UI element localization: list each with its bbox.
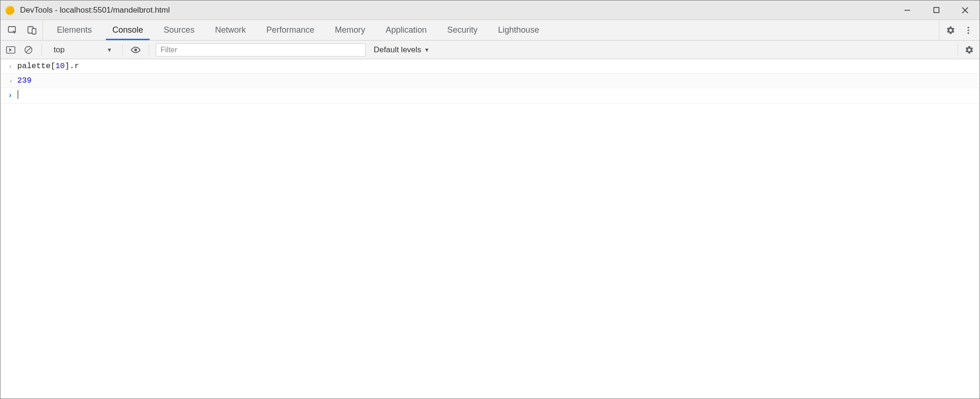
- more-menu-button[interactable]: [962, 24, 975, 37]
- chevron-down-icon: ▼: [107, 47, 112, 53]
- input-chevron-icon: [6, 61, 14, 71]
- maximize-button[interactable]: [922, 0, 951, 20]
- svg-point-9: [967, 32, 969, 34]
- titlebar: DevTools - localhost:5501/mandelbrot.htm…: [0, 0, 980, 20]
- tab-sources[interactable]: Sources: [153, 20, 205, 40]
- context-label: top: [54, 45, 65, 55]
- console-prompt-row[interactable]: [0, 88, 980, 104]
- tab-application[interactable]: Application: [375, 20, 437, 40]
- sidebar-icon: [6, 46, 15, 54]
- app-icon: [5, 6, 14, 15]
- svg-point-7: [967, 27, 969, 28]
- toggle-sidebar-button[interactable]: [4, 43, 17, 56]
- svg-point-13: [134, 49, 137, 51]
- console-result-row: 239: [0, 74, 980, 88]
- console-prompt-input[interactable]: [14, 90, 975, 101]
- minimize-button[interactable]: [893, 0, 922, 20]
- tab-lighthouse[interactable]: Lighthouse: [488, 20, 549, 40]
- tab-security[interactable]: Security: [437, 20, 488, 40]
- clear-icon: [24, 45, 33, 55]
- console-line-content: 239: [14, 76, 975, 86]
- tab-network[interactable]: Network: [205, 20, 256, 40]
- tab-elements[interactable]: Elements: [47, 20, 102, 40]
- filter-input[interactable]: [156, 43, 366, 56]
- maximize-icon: [933, 7, 939, 13]
- window-title: DevTools - localhost:5501/mandelbrot.htm…: [20, 6, 170, 15]
- context-selector[interactable]: top ▼: [48, 43, 116, 56]
- device-toolbar-button[interactable]: [26, 24, 39, 37]
- levels-label: Default levels: [374, 45, 421, 55]
- log-levels-selector[interactable]: Default levels ▼: [370, 45, 434, 55]
- tabs: ElementsConsoleSourcesNetworkPerformance…: [47, 20, 549, 40]
- console-input-row: palette[10].r: [0, 59, 980, 74]
- window-controls: [893, 0, 980, 20]
- minimize-icon: [904, 7, 911, 14]
- text-cursor: [18, 90, 18, 99]
- close-icon: [962, 7, 968, 14]
- settings-button[interactable]: [944, 24, 957, 37]
- console-settings-button[interactable]: [963, 43, 976, 56]
- gear-icon: [946, 26, 955, 35]
- console-line-content: palette[10].r: [14, 61, 975, 71]
- console-toolbar: top ▼ Default levels ▼: [0, 41, 980, 59]
- prompt-chevron-icon: [6, 90, 14, 100]
- tab-performance[interactable]: Performance: [256, 20, 324, 40]
- chevron-down-icon: ▼: [424, 47, 430, 53]
- tab-memory[interactable]: Memory: [324, 20, 375, 40]
- tabs-bar: ElementsConsoleSourcesNetworkPerformance…: [0, 20, 980, 41]
- live-expression-button[interactable]: [129, 43, 142, 56]
- svg-line-12: [26, 47, 31, 52]
- tab-console[interactable]: Console: [102, 20, 153, 40]
- svg-rect-1: [934, 7, 939, 13]
- kebab-icon: [964, 26, 973, 35]
- svg-rect-6: [32, 28, 36, 34]
- output-chevron-icon: [6, 76, 14, 86]
- eye-icon: [131, 47, 141, 53]
- gear-icon: [965, 45, 974, 55]
- close-button[interactable]: [951, 0, 980, 20]
- clear-console-button[interactable]: [22, 43, 35, 56]
- inspect-icon: [7, 25, 18, 35]
- device-icon: [27, 25, 37, 35]
- inspect-element-button[interactable]: [6, 24, 19, 37]
- console-output[interactable]: palette[10].r239: [0, 59, 980, 399]
- svg-point-8: [967, 29, 969, 31]
